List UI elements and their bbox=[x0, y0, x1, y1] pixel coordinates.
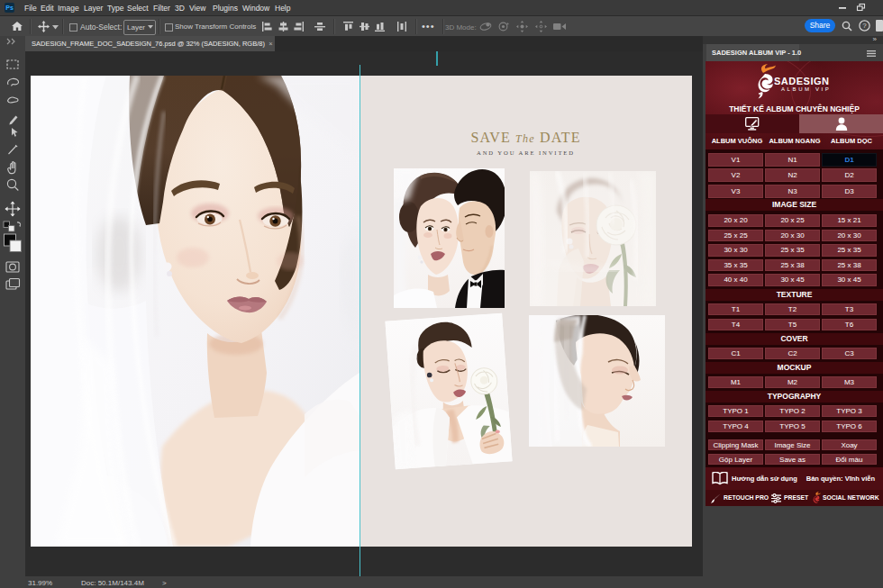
svg-text:?: ? bbox=[862, 22, 867, 30]
